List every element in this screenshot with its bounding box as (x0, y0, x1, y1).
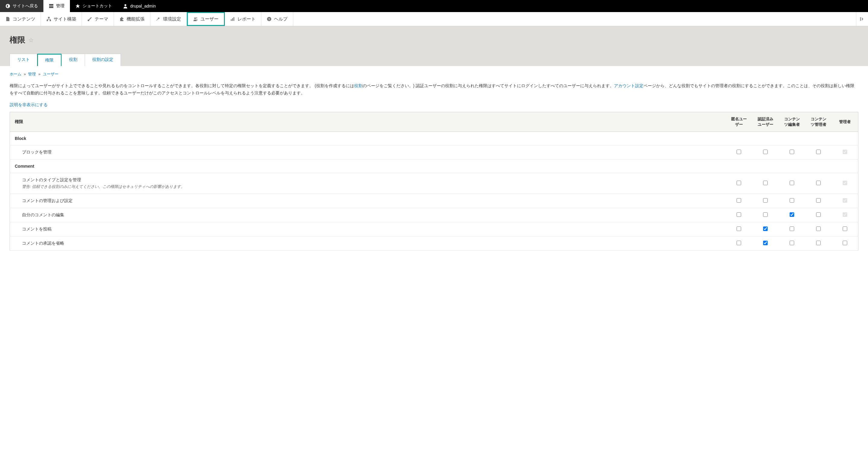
tab-role-settings[interactable]: 役割の設定 (85, 54, 121, 66)
permission-checkbox[interactable] (843, 241, 847, 245)
permission-checkbox[interactable] (816, 181, 821, 185)
permission-name: コメントのタイプと設定を管理警告: 信頼できる役割のみに与えてください。この権限… (10, 173, 726, 194)
tab-permissions[interactable]: 権限 (37, 54, 62, 66)
wrench-icon (156, 17, 161, 21)
menu-collapse[interactable] (856, 12, 868, 26)
svg-rect-10 (234, 17, 235, 21)
tab-list[interactable]: リスト (10, 54, 37, 66)
menu-extend[interactable]: 機能拡張 (114, 12, 150, 26)
menu-content[interactable]: コンテンツ (0, 12, 41, 26)
permission-row: ブロックを管理 (10, 145, 858, 159)
permission-checkbox (843, 149, 847, 154)
hamburger-icon (49, 4, 54, 8)
permission-checkbox[interactable] (763, 227, 768, 231)
check-cell (779, 236, 805, 250)
toolbar-shortcuts[interactable]: ショートカット (70, 0, 118, 12)
check-cell (726, 145, 752, 159)
menu-people-label: ユーザー (200, 16, 218, 22)
menu-appearance[interactable]: テーマ (82, 12, 114, 26)
tab-roles[interactable]: 役割 (61, 54, 85, 66)
permission-checkbox[interactable] (763, 212, 768, 217)
menu-help-label: ヘルプ (274, 16, 287, 22)
permission-checkbox[interactable] (789, 149, 794, 154)
th-content-admin: コンテンツ管理者 (805, 112, 832, 132)
favorite-star-icon[interactable]: ☆ (28, 36, 34, 44)
menu-structure-label: サイト構築 (54, 16, 76, 22)
account-settings-link[interactable]: アカウント設定 (614, 83, 644, 88)
check-cell (832, 145, 858, 159)
check-cell (832, 236, 858, 250)
permission-checkbox[interactable] (763, 241, 768, 245)
permission-checkbox[interactable] (763, 149, 768, 154)
module-row: Block (10, 132, 858, 145)
th-permission: 権限 (10, 112, 726, 132)
check-cell (752, 208, 779, 222)
toolbar-back[interactable]: サイトへ戻る (0, 0, 43, 12)
back-icon (5, 4, 10, 8)
permission-checkbox[interactable] (763, 181, 768, 185)
check-cell (726, 194, 752, 208)
permission-label: コメントの承認を省略 (22, 241, 722, 246)
svg-rect-3 (47, 20, 48, 21)
permission-checkbox[interactable] (789, 212, 794, 217)
check-cell (726, 208, 752, 222)
toolbar-top: サイトへ戻る 管理 ショートカット drupal_admin (0, 0, 868, 12)
document-icon (5, 17, 10, 21)
structure-icon (46, 17, 51, 21)
permission-name: 自分のコメントの編集 (10, 208, 726, 222)
th-administrator: 管理者 (832, 112, 858, 132)
permission-label: ブロックを管理 (22, 149, 722, 155)
check-cell (779, 208, 805, 222)
permission-checkbox[interactable] (816, 241, 821, 245)
permission-checkbox[interactable] (789, 181, 794, 185)
check-cell (752, 222, 779, 236)
module-name: Comment (10, 159, 858, 173)
page-title: 権限 (10, 35, 25, 45)
permission-checkbox[interactable] (843, 227, 847, 231)
menu-config[interactable]: 環境設定 (150, 12, 187, 26)
breadcrumb-admin[interactable]: 管理 (28, 72, 36, 76)
toolbar-user-label: drupal_admin (130, 4, 156, 8)
menu-structure[interactable]: サイト構築 (41, 12, 82, 26)
brush-icon (87, 17, 92, 21)
breadcrumb-people[interactable]: ユーザー (43, 72, 59, 76)
desc-text: 権限によってユーザーがサイト上でできることや見れるものをコントロールすることがで… (10, 83, 354, 88)
svg-point-7 (196, 18, 197, 19)
toolbar-manage[interactable]: 管理 (43, 0, 70, 12)
check-cell (832, 194, 858, 208)
menu-help[interactable]: ? ヘルプ (261, 12, 293, 26)
permission-checkbox[interactable] (763, 198, 768, 203)
check-cell (752, 236, 779, 250)
toolbar-user[interactable]: drupal_admin (118, 0, 161, 12)
check-cell (832, 222, 858, 236)
permission-checkbox[interactable] (816, 212, 821, 217)
check-cell (752, 173, 779, 194)
permission-checkbox[interactable] (737, 181, 741, 185)
menu-people[interactable]: ユーザー (187, 12, 225, 26)
permission-checkbox[interactable] (737, 227, 741, 231)
breadcrumb-home[interactable]: ホーム (10, 72, 22, 76)
permission-checkbox[interactable] (737, 212, 741, 217)
permission-checkbox[interactable] (737, 241, 741, 245)
roles-link[interactable]: 役割 (354, 83, 363, 88)
module-name: Block (10, 132, 858, 145)
check-cell (805, 145, 832, 159)
permission-checkbox[interactable] (816, 149, 821, 154)
check-cell (752, 145, 779, 159)
permission-checkbox[interactable] (816, 227, 821, 231)
toggle-description-link[interactable]: 説明を非表示にする (10, 102, 48, 108)
people-icon (193, 17, 198, 21)
permission-checkbox[interactable] (737, 198, 741, 203)
menu-reports[interactable]: レポート (225, 12, 261, 26)
permission-checkbox[interactable] (789, 241, 794, 245)
permission-checkbox[interactable] (789, 227, 794, 231)
permission-checkbox[interactable] (789, 198, 794, 203)
permission-checkbox[interactable] (737, 149, 741, 154)
check-cell (779, 194, 805, 208)
breadcrumb: ホーム » 管理 » ユーザー (10, 72, 858, 77)
permission-checkbox[interactable] (816, 198, 821, 203)
permission-name: コメントの承認を省略 (10, 236, 726, 250)
check-cell (805, 208, 832, 222)
permission-row: コメントのタイプと設定を管理警告: 信頼できる役割のみに与えてください。この権限… (10, 173, 858, 194)
permission-row: コメントの管理および設定 (10, 194, 858, 208)
